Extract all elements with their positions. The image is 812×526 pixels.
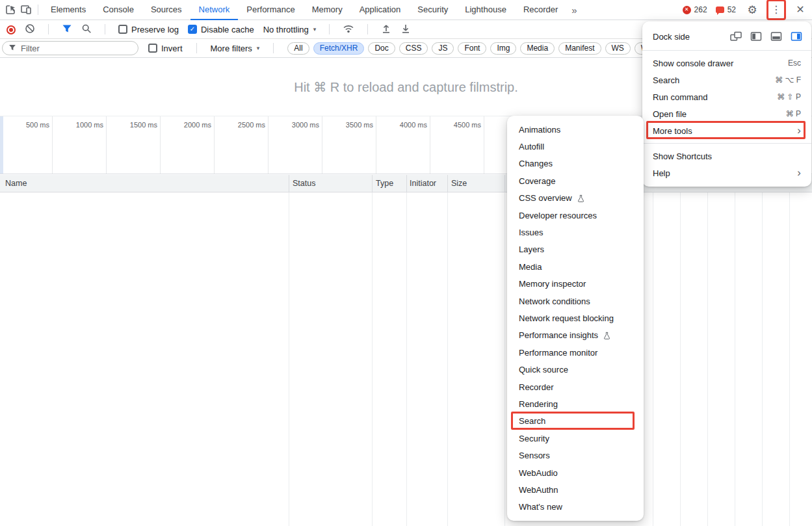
ruler-label: 1000 ms [58,121,103,129]
settings-gear-icon[interactable]: ⚙ [744,1,760,18]
submenu-item-performance-monitor[interactable]: Performance monitor [507,344,644,361]
filter-pill-media[interactable]: Media [520,42,555,55]
inspect-element-icon[interactable] [3,1,18,18]
divider [105,24,105,34]
dock-right-icon[interactable] [790,30,803,43]
tab-lighthouse[interactable]: Lighthouse [456,0,515,20]
error-count-badge[interactable]: ✕ 262 [683,5,707,14]
filter-pill-manifest[interactable]: Manifest [558,42,601,55]
submenu-item-label: Rendering [519,399,558,409]
filter-pill-js[interactable]: JS [432,42,454,55]
menu-item-label: Open file [653,109,687,119]
submenu-item-whats-new[interactable]: What's new [507,499,644,516]
more-tabs-chevron-icon[interactable]: » [566,5,582,16]
submenu-item-network-conditions[interactable]: Network conditions [507,293,644,309]
filter-funnel-icon [8,44,16,53]
import-har-icon[interactable] [381,23,391,36]
column-header-initiator[interactable]: Initiator [410,175,436,192]
chevron-down-icon: ▾ [257,45,260,51]
issue-count-badge[interactable]: 52 [716,5,736,14]
undock-icon[interactable] [729,30,742,43]
devtools-tabbar: Elements Console Sources Network Perform… [0,0,812,20]
tab-memory[interactable]: Memory [304,0,351,20]
submenu-item-recorder[interactable]: Recorder [507,378,644,395]
submenu-item-label: Changes [519,159,553,168]
submenu-item-media[interactable]: Media [507,258,644,275]
dock-left-icon[interactable] [750,30,763,43]
filter-pill-all[interactable]: All [287,42,309,55]
filter-pill-doc[interactable]: Doc [368,42,395,55]
submenu-item-label: Media [519,262,542,272]
submenu-item-coverage[interactable]: Coverage [507,172,644,189]
divider [273,43,274,53]
throttling-select[interactable]: No throttling ▾ [263,25,317,34]
tab-console[interactable]: Console [94,0,142,20]
submenu-item-rendering[interactable]: Rendering [507,395,644,412]
search-icon[interactable] [81,23,92,36]
invert-checkbox[interactable]: Invert [148,44,183,53]
filter-pill-img[interactable]: Img [490,42,516,55]
menu-item-search[interactable]: Search ⌘ ⌥ F [642,72,811,88]
column-header-status[interactable]: Status [293,175,315,192]
throttling-value: No throttling [263,25,309,34]
submenu-item-label: Sensors [519,451,550,460]
submenu-item-issues[interactable]: Issues [507,224,644,241]
more-filters-label: More filters [211,44,252,53]
menu-item-more-tools[interactable]: More tools › [642,122,811,139]
submenu-item-developer-resources[interactable]: Developer resources [507,207,644,224]
filter-toggle-icon[interactable] [62,23,72,36]
divider [196,43,197,53]
filter-pill-css[interactable]: CSS [399,42,428,55]
filter-input[interactable]: Filter [2,41,138,55]
tab-recorder[interactable]: Recorder [515,0,566,20]
submenu-item-performance-insights[interactable]: Performance insights [507,327,644,344]
submenu-item-quick-source[interactable]: Quick source [507,361,644,378]
filter-pill-ws[interactable]: WS [605,42,631,55]
kebab-menu-icon[interactable]: ⋮ [768,1,784,18]
menu-item-show-shortcuts[interactable]: Show Shortcuts [642,148,811,164]
tab-elements[interactable]: Elements [42,0,94,20]
divider [48,24,49,34]
tab-security[interactable]: Security [409,0,456,20]
tab-network[interactable]: Network [190,0,239,20]
submenu-item-network-request-blocking[interactable]: Network request blocking [507,309,644,326]
submenu-item-css-overview[interactable]: CSS overview [507,190,644,207]
device-toolbar-icon[interactable] [18,1,34,18]
menu-item-label: More tools [653,126,692,136]
disable-cache-checkbox[interactable]: ✓ Disable cache [188,25,254,34]
clear-network-log-icon[interactable] [25,23,35,36]
more-filters-dropdown[interactable]: More filters ▾ [211,44,260,53]
record-network-log-button[interactable] [7,24,16,34]
menu-item-help[interactable]: Help › [642,164,811,181]
menu-item-show-console-drawer[interactable]: Show console drawer Esc [642,55,811,72]
chevron-down-icon: ▾ [313,26,317,33]
filter-pill-font[interactable]: Font [458,42,486,55]
dock-bottom-icon[interactable] [770,30,783,43]
ruler-label: 2500 ms [220,121,265,129]
menu-item-run-command[interactable]: Run command ⌘ ⇧ P [642,88,811,105]
preserve-log-checkbox[interactable]: Preserve log [118,25,179,34]
submenu-item-autofill[interactable]: Autofill [507,138,644,155]
submenu-item-sensors[interactable]: Sensors [507,447,644,464]
export-har-icon[interactable] [400,23,411,36]
submenu-item-animations[interactable]: Animations [507,121,644,138]
submenu-item-label: What's new [519,502,562,512]
submenu-item-layers[interactable]: Layers [507,241,644,258]
submenu-item-memory-inspector[interactable]: Memory inspector [507,276,644,293]
filter-pill-fetch-xhr[interactable]: Fetch/XHR [313,42,365,55]
tab-application[interactable]: Application [351,0,410,20]
network-conditions-icon[interactable] [343,23,354,36]
column-header-type[interactable]: Type [376,175,393,192]
submenu-item-security[interactable]: Security [507,430,644,447]
column-header-size[interactable]: Size [451,175,467,192]
menu-item-open-file[interactable]: Open file ⌘ P [642,105,811,122]
submenu-item-changes[interactable]: Changes [507,155,644,172]
checkbox-unchecked [118,25,127,34]
submenu-item-search[interactable]: Search [507,413,644,430]
close-devtools-icon[interactable]: ✕ [792,1,808,18]
tab-sources[interactable]: Sources [142,0,190,20]
column-header-name[interactable]: Name [5,175,27,192]
submenu-item-webaudio[interactable]: WebAudio [507,464,644,481]
tab-performance[interactable]: Performance [238,0,303,20]
submenu-item-webauthn[interactable]: WebAuthn [507,481,644,498]
